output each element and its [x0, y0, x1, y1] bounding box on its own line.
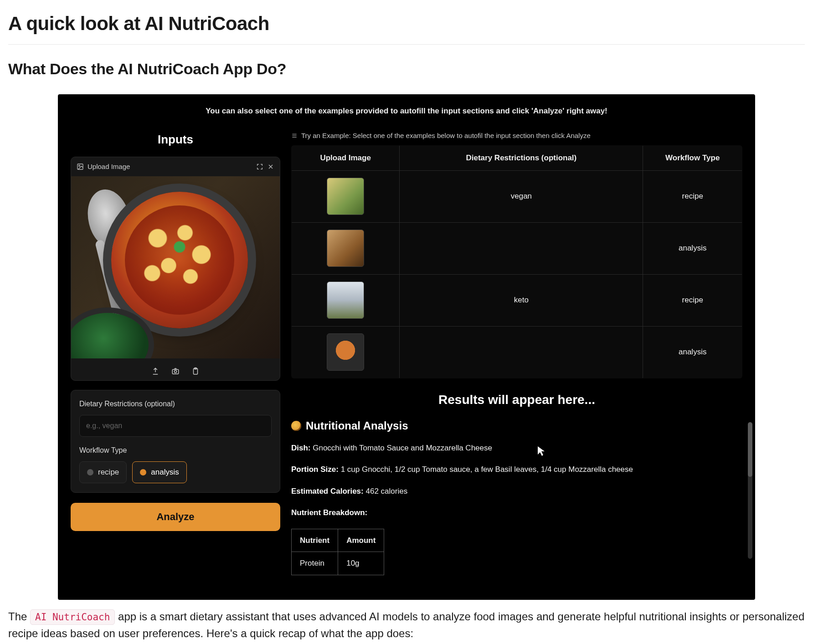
example-workflow: analysis — [643, 326, 742, 378]
workflow-label: Workflow Type — [79, 445, 272, 456]
table-header-row: Nutrient Amount — [292, 529, 384, 552]
nutrient-cell: Protein — [292, 552, 338, 575]
calories-label: Estimated Calories: — [291, 487, 364, 496]
tip-text: You can also select one of the examples … — [71, 105, 742, 117]
calories-value: 462 calories — [365, 487, 407, 496]
dish-label: Dish: — [291, 444, 311, 452]
para-text: The — [8, 610, 30, 623]
examples-table: Upload Image Dietary Restrictions (optio… — [291, 145, 742, 378]
col-workflow: Workflow Type — [643, 146, 742, 171]
example-thumbnail — [327, 333, 364, 371]
fullscreen-icon[interactable] — [256, 163, 263, 170]
inputs-heading: Inputs — [71, 131, 280, 148]
amount-col: Amount — [338, 529, 384, 552]
form-panel: Dietary Restrictions (optional) Workflow… — [71, 390, 280, 493]
col-upload-image: Upload Image — [292, 146, 400, 171]
example-diet: keto — [400, 274, 643, 326]
page-title: A quick look at AI NutriCoach — [8, 9, 805, 38]
nutrient-col: Nutrient — [292, 529, 338, 552]
svg-point-1 — [79, 165, 80, 166]
image-toolbar — [71, 358, 280, 380]
example-thumbnail — [327, 230, 364, 267]
workflow-option-recipe[interactable]: recipe — [79, 461, 127, 483]
workflow-option-recipe-label: recipe — [98, 466, 119, 478]
analyze-button[interactable]: Analyze — [71, 503, 280, 531]
analysis-body: Dish: Gnocchi with Tomato Sauce and Mozz… — [291, 442, 742, 575]
analysis-title-row: Nutritional Analysis — [291, 418, 742, 434]
app-screenshot: You can also select one of the examples … — [58, 94, 755, 600]
analysis-title: Nutritional Analysis — [306, 418, 408, 434]
workflow-option-analysis-label: analysis — [151, 466, 179, 478]
example-thumbnail — [327, 281, 364, 319]
example-workflow: analysis — [643, 222, 742, 274]
table-row: Protein 10g — [292, 552, 384, 575]
breakdown-label: Nutrient Breakdown: — [291, 508, 367, 517]
dish-value: Gnocchi with Tomato Sauce and Mozzarella… — [313, 444, 492, 452]
horizontal-rule — [8, 44, 805, 45]
workflow-option-analysis[interactable]: analysis — [132, 461, 186, 483]
close-icon[interactable] — [267, 163, 274, 170]
uploaded-food-image[interactable] — [71, 176, 280, 358]
scrollbar[interactable] — [748, 422, 752, 559]
dietary-input[interactable] — [79, 415, 272, 437]
example-thumbnail — [327, 178, 364, 215]
example-row[interactable]: analysis — [292, 326, 742, 378]
example-row[interactable]: keto recipe — [292, 274, 742, 326]
table-header-row: Upload Image Dietary Restrictions (optio… — [292, 146, 742, 171]
portion-label: Portion Size: — [291, 465, 339, 474]
dietary-label: Dietary Restrictions (optional) — [79, 399, 272, 409]
amount-cell: 10g — [338, 552, 384, 575]
col-dietary: Dietary Restrictions (optional) — [400, 146, 643, 171]
example-diet: vegan — [400, 170, 643, 222]
upload-panel: Upload Image — [71, 157, 280, 381]
radio-dot-icon — [140, 469, 146, 475]
inline-code: AI NutriCoach — [30, 609, 115, 625]
example-workflow: recipe — [643, 170, 742, 222]
example-workflow: recipe — [643, 274, 742, 326]
body-paragraph: The AI NutriCoach app is a smart dietary… — [8, 608, 805, 642]
example-row[interactable]: vegan recipe — [292, 170, 742, 222]
upload-icon[interactable] — [151, 365, 160, 373]
svg-point-3 — [174, 370, 176, 373]
example-diet — [400, 222, 643, 274]
workflow-radio-group: recipe analysis — [79, 461, 272, 483]
nutrient-table: Nutrient Amount Protein 10g — [291, 529, 384, 575]
camera-icon[interactable] — [171, 365, 180, 373]
para-text: app is a smart dietary assistant that us… — [8, 610, 804, 639]
results-heading: Results will appear here... — [291, 390, 742, 409]
example-row[interactable]: analysis — [292, 222, 742, 274]
example-hint: Try an Example: Select one of the exampl… — [291, 131, 742, 141]
upload-label: Upload Image — [87, 162, 130, 172]
example-hint-text: Try an Example: Select one of the exampl… — [301, 131, 591, 141]
results-column: Try an Example: Select one of the exampl… — [291, 131, 742, 575]
inputs-column: Inputs Upload Image — [71, 131, 280, 531]
scrollbar-thumb[interactable] — [748, 422, 752, 477]
section-heading: What Does the AI NutriCoach App Do? — [8, 57, 805, 81]
list-icon — [291, 133, 298, 139]
portion-value: 1 cup Gnocchi, 1/2 cup Tomato sauce, a f… — [341, 465, 633, 474]
radio-dot-icon — [87, 469, 93, 475]
clipboard-icon[interactable] — [191, 365, 200, 373]
image-icon — [77, 163, 84, 170]
analysis-emoji-icon — [291, 421, 301, 431]
example-diet — [400, 326, 643, 378]
